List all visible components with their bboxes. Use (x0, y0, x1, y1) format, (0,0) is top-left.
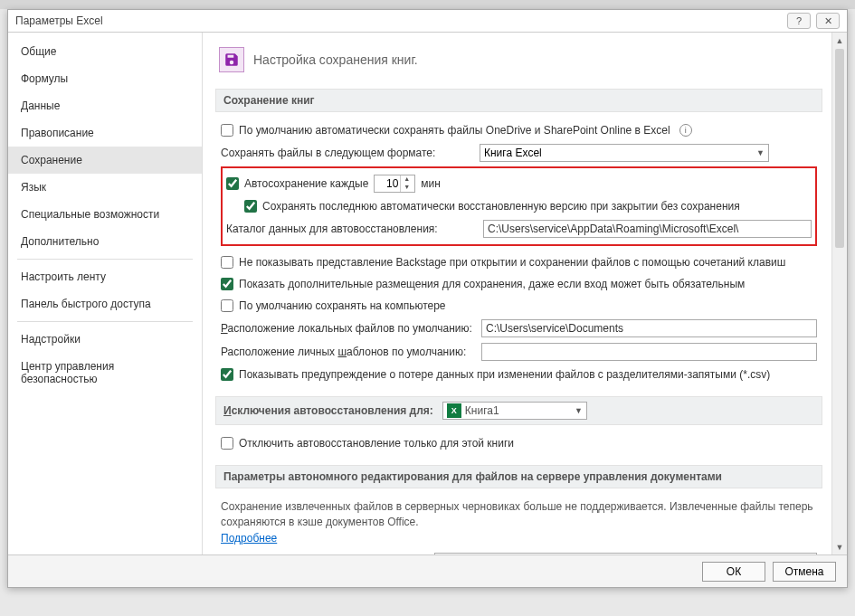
label-show-additional: Показать дополнительные размещения для с… (239, 278, 745, 290)
dropdown-file-format[interactable]: Книга Excel ▼ (480, 144, 769, 162)
label-templates: Расположение личных шаблонов по умолчани… (221, 346, 476, 358)
label-default-onedrive: По умолчанию автоматически сохранять фай… (239, 124, 670, 137)
options-dialog: Параметры Excel ? ✕ Общие Формулы Данные… (7, 9, 848, 588)
label-minutes: мин (421, 177, 441, 190)
link-learn-more[interactable]: Подробнее (221, 532, 277, 545)
input-autosave-minutes[interactable] (375, 177, 400, 190)
checkbox-show-additional[interactable] (221, 278, 233, 290)
info-icon[interactable]: i (679, 124, 692, 137)
page-header: Настройка сохранения книг. (215, 42, 822, 85)
ok-button[interactable]: ОК (702, 562, 765, 582)
scroll-down-icon[interactable]: ▼ (832, 539, 847, 554)
excel-icon: X (447, 403, 461, 418)
sidebar-item-formulas[interactable]: Формулы (8, 65, 202, 92)
sidebar-item-customize-ribbon[interactable]: Настроить ленту (8, 263, 202, 290)
section-save-books: Сохранение книг (215, 89, 822, 112)
vertical-scrollbar[interactable]: ▲ ▼ (831, 33, 847, 554)
label-exceptions: Исключения автовосстановления для: (223, 404, 433, 417)
sidebar-item-accessibility[interactable]: Специальные возможности (8, 201, 202, 228)
spin-down-icon[interactable]: ▼ (401, 184, 413, 192)
input-templates[interactable] (481, 343, 817, 361)
spin-up-icon[interactable]: ▲ (401, 175, 413, 184)
sidebar-item-quick-access[interactable]: Панель быстрого доступа (8, 290, 202, 317)
sidebar-item-proofing[interactable]: Правописание (8, 119, 202, 147)
content-pane: Настройка сохранения книг. Сохранение кн… (203, 33, 831, 554)
checkbox-default-onedrive[interactable] (221, 124, 233, 137)
label-csv-warning: Показывать предупреждение о потере данны… (239, 368, 770, 381)
chevron-down-icon: ▼ (756, 148, 765, 157)
page-title: Настройка сохранения книг. (253, 52, 418, 67)
label-no-backstage: Не показывать представление Backstage пр… (239, 256, 785, 269)
input-local-files[interactable] (481, 319, 817, 337)
checkbox-keep-last[interactable] (244, 200, 257, 213)
checkbox-disable-autorecover[interactable] (221, 437, 233, 450)
sidebar-item-addins[interactable]: Надстройки (8, 326, 202, 353)
label-disable-autorecover: Отключить автовосстановление только для … (239, 437, 514, 450)
category-sidebar: Общие Формулы Данные Правописание Сохран… (8, 33, 203, 554)
section-autorecover-exceptions: Исключения автовосстановления для: X Кни… (215, 396, 822, 425)
dropdown-workbook[interactable]: X Книга1 ▼ (442, 402, 587, 420)
dialog-footer: ОК Отмена (8, 554, 847, 587)
sidebar-item-save[interactable]: Сохранение (8, 147, 202, 174)
autosave-highlight: Автосохранение каждые ▲▼ мин Сохранять п… (221, 166, 817, 246)
section-offline-editing: Параметры автономного редактирования для… (215, 465, 822, 488)
label-keep-last: Сохранять последнюю автоматически восста… (262, 200, 740, 213)
sidebar-item-data[interactable]: Данные (8, 92, 202, 119)
input-autorecover-dir[interactable] (483, 220, 812, 238)
scroll-thumb[interactable] (835, 49, 844, 248)
label-save-computer: По умолчанию сохранять на компьютере (239, 299, 446, 312)
sidebar-item-language[interactable]: Язык (8, 174, 202, 201)
save-icon (219, 47, 244, 72)
label-autosave: Автосохранение каждые (244, 177, 368, 190)
sidebar-item-trust-center[interactable]: Центр управления безопасностью (8, 353, 202, 393)
spinner-autosave-minutes[interactable]: ▲▼ (374, 175, 415, 193)
label-local-files: Расположение локальных файлов по умолчан… (221, 322, 476, 335)
help-button[interactable]: ? (787, 13, 811, 29)
label-autorecover-dir: Каталог данных для автовосстановления: (226, 223, 478, 235)
chevron-down-icon: ▼ (575, 406, 583, 415)
checkbox-autosave[interactable] (226, 177, 239, 190)
dialog-title: Параметры Excel (15, 14, 103, 27)
titlebar: Параметры Excel ? ✕ (8, 10, 847, 33)
scroll-up-icon[interactable]: ▲ (832, 33, 847, 48)
cancel-button[interactable]: Отмена (773, 562, 836, 582)
checkbox-csv-warning[interactable] (221, 368, 233, 381)
sidebar-item-advanced[interactable]: Дополнительно (8, 228, 202, 255)
note-offline: Сохранение извлеченных файлов в серверны… (221, 496, 817, 532)
close-button[interactable]: ✕ (816, 13, 840, 29)
checkbox-save-computer[interactable] (221, 299, 233, 312)
checkbox-no-backstage[interactable] (221, 256, 233, 269)
label-file-format: Сохранять файлы в следующем формате: (221, 147, 474, 159)
sidebar-item-general[interactable]: Общие (8, 38, 202, 65)
